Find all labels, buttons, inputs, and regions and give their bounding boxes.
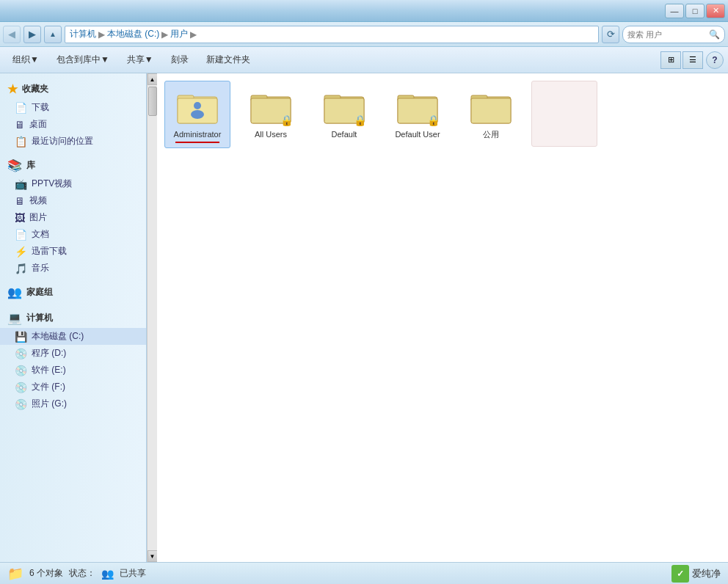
lock-icon-default: 🔒 [354,114,366,126]
include-library-button[interactable]: 包含到库中▼ [48,50,117,70]
file-view: Administrator 🔒 All Users [157,73,728,562]
sidebar-header-library: 📚 库 [0,156,146,175]
folder-icon-administrator [175,86,219,126]
file-label-public: 公用 [483,129,499,139]
computer-icon: 💻 [7,311,22,325]
search-input[interactable] [627,30,706,39]
sidebar-header-favorites: ★ 收藏夹 [0,79,146,99]
burn-button[interactable]: 刻录 [163,50,197,70]
sidebar-section-computer: 💻 计算机 💾 本地磁盘 (C:) 💿 程序 (D:) 💿 软件 (E:) 💿 … [0,308,146,412]
svg-point-4 [191,110,204,119]
brand-icon: ✓ [671,565,689,583]
title-bar: — □ ✕ [0,0,728,22]
file-item-administrator[interactable]: Administrator [164,81,230,148]
help-button[interactable]: ? [706,51,724,69]
documents-icon: 📄 [15,229,27,241]
desktop-icon: 🖥 [15,119,25,131]
sidebar-header-computer: 💻 计算机 [0,308,146,328]
view-buttons: ⊞ ☰ ? [660,51,724,69]
address-bar: ◀ ▶ ▲ 计算机 ▶ 本地磁盘 (C:) ▶ 用户 ▶ ⟳ 🔍 [0,22,728,47]
sidebar-item-c-drive[interactable]: 💾 本地磁盘 (C:) [0,328,146,345]
c-drive-icon: 💾 [15,331,27,343]
folder-icon-public [469,86,513,126]
sidebar-item-video[interactable]: 🖥 视频 [0,192,146,209]
file-item-allusers[interactable]: 🔒 All Users [238,81,304,148]
sidebar-item-f-drive[interactable]: 💿 文件 (F:) [0,379,146,395]
sidebar-item-desktop[interactable]: 🖥 桌面 [0,116,146,133]
share-status-icon: 👥 [101,568,114,580]
minimize-button[interactable]: — [665,4,684,18]
status-folder-icon: 📁 [7,566,23,582]
view-list-button[interactable]: ☰ [682,51,703,69]
file-label-allusers: All Users [255,129,287,139]
organize-button[interactable]: 组织▼ [4,50,47,70]
search-box[interactable]: 🔍 [622,26,725,43]
toolbar: 组织▼ 包含到库中▼ 共享▼ 刻录 新建文件夹 ⊞ ☰ ? [0,47,728,73]
status-bar: 📁 6 个对象 状态： 👥 已共享 ✓ 爱纯净 [0,562,728,584]
content-area: ▲ ▼ [147,73,728,562]
file-item-default[interactable]: 🔒 Default [311,81,377,148]
sidebar-item-music[interactable]: 🎵 音乐 [0,260,146,277]
homegroup-icon: 👥 [7,285,22,299]
breadcrumb[interactable]: 计算机 ▶ 本地磁盘 (C:) ▶ 用户 ▶ [65,26,599,43]
sidebar-section-favorites: ★ 收藏夹 📄 下载 🖥 桌面 📋 最近访问的位置 [0,79,146,150]
file-label-administrator: Administrator [174,129,222,139]
file-label-defaultuser: Default User [395,129,440,139]
maximize-button[interactable]: □ [685,4,705,18]
thunder-icon: ⚡ [15,246,27,258]
sidebar-item-pictures[interactable]: 🖼 图片 [0,209,146,226]
status-count: 6 个对象 [29,567,63,580]
sidebar-section-library: 📚 库 📺 PPTV视频 🖥 视频 🖼 图片 📄 文档 ⚡ 迅雷下载 [0,156,146,277]
sidebar-item-g-drive[interactable]: 💿 照片 (G:) [0,395,146,412]
file-label-default: Default [332,129,357,139]
forward-button[interactable]: ▶ [23,26,41,43]
breadcrumb-item[interactable]: 本地磁盘 (C:) [107,28,159,40]
sidebar-header-homegroup: 👥 家庭组 [0,282,146,302]
breadcrumb-item[interactable]: 用户 [170,28,188,40]
sidebar-item-thunder[interactable]: ⚡ 迅雷下载 [0,243,146,260]
star-icon: ★ [7,82,18,96]
sidebar-item-e-drive[interactable]: 💿 软件 (E:) [0,362,146,379]
search-icon: 🔍 [709,29,720,40]
sidebar-item-download[interactable]: 📄 下载 [0,99,146,116]
pictures-icon: 🖼 [15,212,25,224]
scrollbar[interactable]: ▲ ▼ [147,73,157,562]
scroll-down-button[interactable]: ▼ [148,550,158,562]
new-folder-button[interactable]: 新建文件夹 [198,50,258,70]
folder-icon-defaultuser: 🔒 [396,86,440,126]
file-item-empty [531,81,597,147]
scroll-up-button[interactable]: ▲ [148,73,158,85]
pptv-icon: 📺 [15,178,27,190]
up-button[interactable]: ▲ [44,26,62,43]
sidebar-item-recent[interactable]: 📋 最近访问的位置 [0,133,146,150]
g-drive-icon: 💿 [15,398,27,410]
sidebar-item-d-drive[interactable]: 💿 程序 (D:) [0,345,146,362]
close-button[interactable]: ✕ [706,4,725,18]
sidebar-item-documents[interactable]: 📄 文档 [0,226,146,243]
recent-icon: 📋 [15,136,27,147]
e-drive-icon: 💿 [15,365,27,376]
share-button[interactable]: 共享▼ [119,50,161,70]
folder-icon-allusers: 🔒 [249,86,293,126]
f-drive-icon: 💿 [15,382,27,393]
scroll-thumb[interactable] [148,87,157,116]
sidebar: ★ 收藏夹 📄 下载 🖥 桌面 📋 最近访问的位置 📚 库 [0,73,147,562]
file-underline-administrator [175,142,219,143]
back-button[interactable]: ◀ [3,26,21,43]
brand-name: 爱纯净 [692,567,721,580]
status-share-text: 已共享 [120,567,146,580]
svg-point-3 [194,102,201,109]
brand-logo: ✓ 爱纯净 [671,565,721,583]
file-item-defaultuser[interactable]: 🔒 Default User [385,81,451,148]
lock-icon-allusers: 🔒 [280,114,293,126]
status-label: 状态： [69,567,95,580]
view-toggle-button[interactable]: ⊞ [660,51,681,69]
lock-icon-defaultuser: 🔒 [427,114,440,126]
sidebar-item-pptv[interactable]: 📺 PPTV视频 [0,175,146,192]
breadcrumb-item[interactable]: 计算机 [70,28,96,40]
music-icon: 🎵 [15,263,27,274]
refresh-button[interactable]: ⟳ [602,26,619,43]
video-icon: 🖥 [15,195,25,207]
file-item-public[interactable]: 公用 [458,81,524,148]
file-grid: Administrator 🔒 All Users [164,81,721,148]
